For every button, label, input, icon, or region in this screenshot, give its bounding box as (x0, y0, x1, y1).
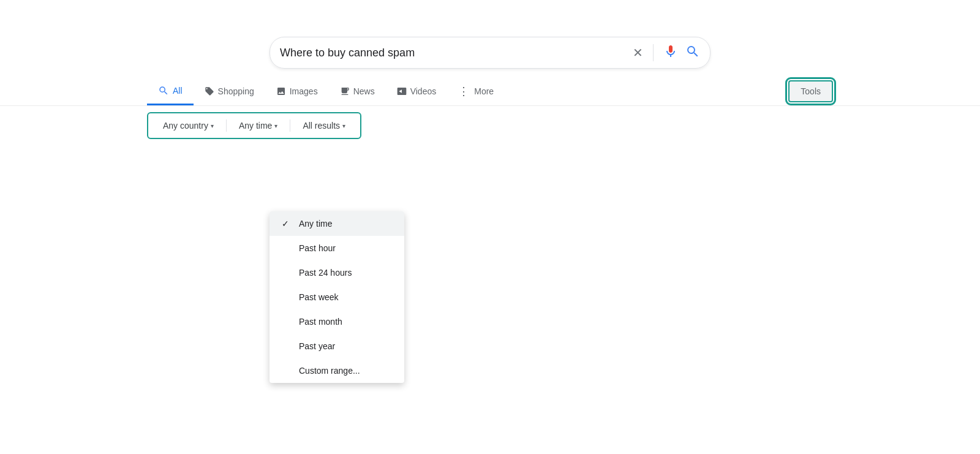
tab-more-label: More (474, 86, 494, 96)
tab-all-label: All (173, 86, 183, 96)
dropdown-item-any-time[interactable]: ✓ Any time (270, 211, 404, 236)
dropdown-item-label: Past year (299, 341, 335, 351)
filter-bar: Any country ▾ Any time ▾ All results ▾ (147, 112, 361, 139)
any-time-dropdown[interactable]: Any time ▾ (232, 117, 285, 134)
check-icon: ✓ (282, 219, 292, 229)
tab-news-label: News (353, 86, 375, 96)
dropdown-item-label: Past 24 hours (299, 268, 352, 278)
tab-all[interactable]: All (147, 78, 194, 105)
chevron-down-icon-2: ▾ (274, 123, 277, 129)
any-time-label: Any time (239, 121, 272, 131)
nav-tabs-left: All Shopping Images News (147, 77, 505, 105)
dropdown-item-custom-range[interactable]: Custom range... (270, 358, 404, 383)
search-input[interactable] (280, 47, 633, 59)
any-country-dropdown[interactable]: Any country ▾ (156, 117, 221, 134)
dropdown-item-past-hour[interactable]: Past hour (270, 236, 404, 260)
image-icon (276, 86, 286, 96)
tools-button[interactable]: Tools (788, 80, 833, 102)
search-bar: ✕ (270, 37, 710, 69)
filter-separator-2 (290, 119, 290, 132)
dropdown-item-label: Any time (299, 219, 332, 229)
dropdown-item-past-24h[interactable]: Past 24 hours (270, 260, 404, 285)
tab-news[interactable]: News (329, 79, 386, 104)
dropdown-item-past-year[interactable]: Past year (270, 334, 404, 358)
chevron-down-icon: ▾ (211, 123, 214, 129)
newspaper-icon (340, 86, 350, 96)
dropdown-item-label: Past hour (299, 243, 336, 253)
tab-shopping-label: Shopping (218, 86, 254, 96)
tab-images[interactable]: Images (265, 79, 329, 104)
chevron-down-icon-3: ▾ (342, 123, 345, 129)
tab-images-label: Images (290, 86, 318, 96)
dropdown-item-label: Past week (299, 292, 339, 302)
clear-icon[interactable]: ✕ (633, 45, 643, 60)
play-icon (397, 86, 407, 96)
divider (653, 44, 654, 61)
tag-icon (205, 86, 214, 96)
tab-more[interactable]: ⋮ More (447, 77, 505, 105)
toolbar-area: Any country ▾ Any time ▾ All results ▾ (0, 106, 980, 145)
more-dots-icon: ⋮ (458, 85, 470, 98)
time-dropdown-menu: ✓ Any time Past hour Past 24 hours Past … (270, 211, 404, 383)
search-icon[interactable] (685, 44, 700, 61)
any-country-label: Any country (163, 121, 208, 131)
dropdown-item-label: Custom range... (299, 366, 360, 376)
all-results-label: All results (303, 121, 340, 131)
search-bar-container: ✕ (0, 0, 980, 69)
all-results-dropdown[interactable]: All results ▾ (295, 117, 353, 134)
mic-icon[interactable] (663, 44, 678, 61)
search-icon-tab (158, 85, 169, 96)
tab-videos[interactable]: Videos (386, 79, 448, 104)
dropdown-item-label: Past month (299, 317, 342, 327)
filter-separator (226, 119, 227, 132)
dropdown-item-past-month[interactable]: Past month (270, 309, 404, 334)
tab-videos-label: Videos (410, 86, 437, 96)
tab-shopping[interactable]: Shopping (194, 79, 265, 104)
search-bar-icons: ✕ (633, 44, 700, 61)
nav-tabs-container: All Shopping Images News (0, 77, 980, 106)
dropdown-item-past-week[interactable]: Past week (270, 285, 404, 309)
